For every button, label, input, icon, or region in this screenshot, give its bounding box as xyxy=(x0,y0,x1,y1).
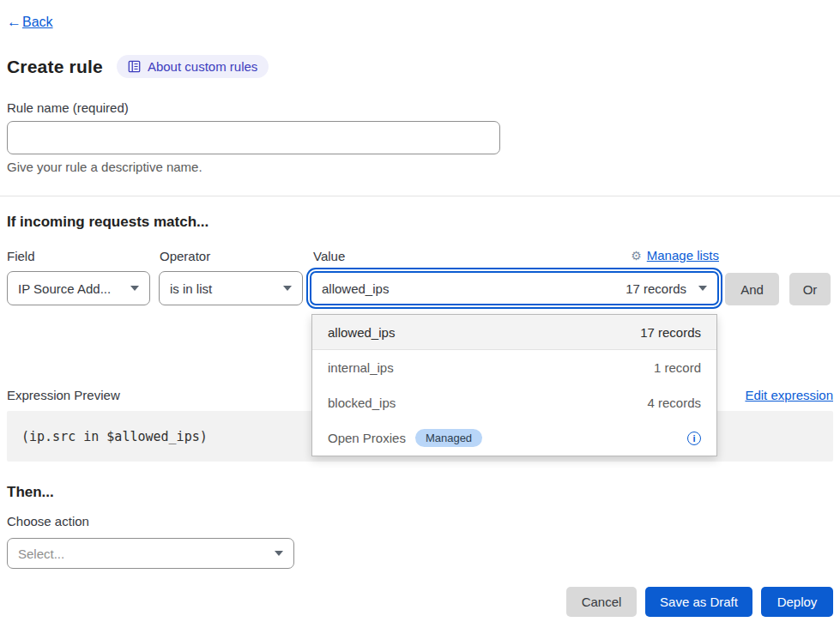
list-item-internal-ips[interactable]: internal_ips 1 record xyxy=(312,350,716,385)
chevron-down-icon xyxy=(275,551,283,556)
manage-lists-link[interactable]: ⚙ Manage lists xyxy=(631,248,719,263)
back-link-label: Back xyxy=(22,15,53,30)
back-link[interactable]: ← Back xyxy=(7,14,53,31)
expression-preview-label: Expression Preview xyxy=(7,388,120,402)
list-item-record-count: 17 records xyxy=(640,325,701,340)
field-select-value: IP Source Add... xyxy=(18,281,111,296)
page-header: Create rule About custom rules xyxy=(7,55,269,78)
about-custom-rules-link[interactable]: About custom rules xyxy=(117,55,269,78)
list-item-record-count: 1 record xyxy=(654,360,701,375)
book-icon xyxy=(128,60,141,73)
list-item-name: internal_ips xyxy=(328,360,394,375)
list-item-blocked-ips[interactable]: blocked_ips 4 records xyxy=(312,385,716,420)
operator-select[interactable]: is in list xyxy=(159,271,303,305)
manage-lists-label: Manage lists xyxy=(647,248,719,263)
list-item-record-count: 4 records xyxy=(647,395,701,410)
rule-name-label: Rule name (required) xyxy=(7,100,129,115)
field-label: Field xyxy=(7,249,35,263)
back-arrow-icon: ← xyxy=(7,14,21,31)
then-section-heading: Then... xyxy=(7,484,54,501)
save-as-draft-button[interactable]: Save as Draft xyxy=(645,587,752,617)
rule-name-input[interactable] xyxy=(7,121,500,154)
deploy-button[interactable]: Deploy xyxy=(761,587,833,617)
expression-code: (ip.src in $allowed_ips) xyxy=(21,429,208,444)
list-item-allowed-ips[interactable]: allowed_ips 17 records xyxy=(312,315,716,350)
action-select-placeholder: Select... xyxy=(18,546,64,561)
chevron-down-icon xyxy=(130,286,139,291)
field-select[interactable]: IP Source Add... xyxy=(7,271,150,305)
list-item-name: Open Proxies xyxy=(328,431,406,445)
page-title: Create rule xyxy=(7,57,103,77)
edit-expression-link[interactable]: Edit expression xyxy=(745,388,833,402)
or-button[interactable]: Or xyxy=(789,273,831,305)
info-icon[interactable] xyxy=(687,432,701,445)
operator-label: Operator xyxy=(160,249,210,263)
cancel-button[interactable]: Cancel xyxy=(566,587,637,617)
chevron-down-icon xyxy=(283,286,292,291)
value-select[interactable]: allowed_ips 17 records xyxy=(310,271,719,305)
chevron-down-icon xyxy=(698,286,707,291)
value-label: Value xyxy=(313,249,345,263)
and-button[interactable]: And xyxy=(725,273,779,305)
value-select-value: allowed_ips xyxy=(322,281,389,296)
action-select[interactable]: Select... xyxy=(7,538,294,569)
about-custom-rules-label: About custom rules xyxy=(148,59,257,74)
managed-badge: Managed xyxy=(415,429,482,447)
list-item-name: blocked_ips xyxy=(328,395,396,410)
operator-select-value: is in list xyxy=(170,281,212,296)
list-item-open-proxies[interactable]: Open Proxies Managed xyxy=(312,420,716,456)
list-dropdown-panel: allowed_ips 17 records internal_ips 1 re… xyxy=(311,314,717,456)
list-item-name: allowed_ips xyxy=(328,325,395,340)
section-divider xyxy=(0,196,840,196)
value-select-record-count: 17 records xyxy=(625,281,686,296)
choose-action-label: Choose action xyxy=(7,514,89,528)
match-section-heading: If incoming requests match... xyxy=(7,214,208,231)
gear-icon: ⚙ xyxy=(631,249,642,263)
create-rule-page: ← Back Create rule About custom rules Ru… xyxy=(0,0,840,634)
rule-name-helper: Give your rule a descriptive name. xyxy=(7,160,202,174)
